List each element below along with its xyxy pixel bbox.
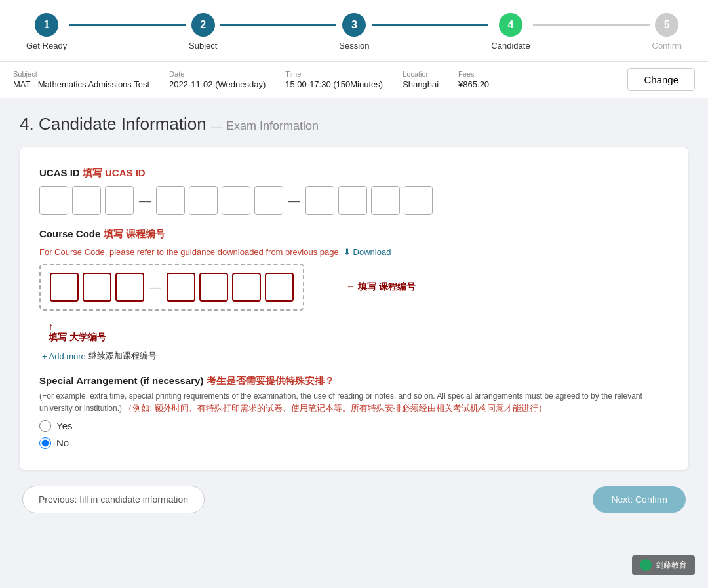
course-label-cn: 填写 课程编号 — [104, 228, 165, 239]
wechat-icon — [640, 559, 652, 571]
radio-yes-label: Yes — [56, 420, 72, 431]
add-more-row: + Add more 继续添加课程编号 — [39, 350, 669, 362]
location-value: Shanghai — [403, 79, 439, 89]
ucas-box-2[interactable] — [72, 186, 101, 215]
ucas-label-en: UCAS ID — [39, 167, 80, 178]
radio-no[interactable] — [39, 437, 51, 449]
special-arrangement-section: Special Arrangement (if necessary) 考生是否需… — [39, 375, 669, 449]
subject-label: Subject — [13, 70, 149, 78]
ucas-box-9[interactable] — [338, 186, 367, 215]
section-number: 4. — [20, 114, 34, 134]
special-desc-cn: （例如: 额外时间、有特殊打印需求的试卷、使用笔记本等。所有特殊安排必须经由相关… — [124, 403, 546, 413]
add-more-button[interactable]: + Add more — [42, 351, 86, 361]
radio-yes-row: Yes — [39, 420, 669, 432]
step-5-circle: 5 — [655, 13, 678, 37]
step-3-label: Session — [339, 41, 369, 50]
course-hint-text: For Course Code, please refer to the gui… — [39, 247, 341, 257]
step-4-circle: 4 — [499, 13, 522, 37]
ucas-id-group: UCAS ID 填写 UCAS ID — — — [39, 167, 669, 215]
info-bar: Subject MAT - Mathematics Admissions Tes… — [0, 62, 708, 98]
ucas-dash-2: — — [287, 194, 302, 208]
ucas-box-3[interactable] — [105, 186, 134, 215]
fees-value: ¥865.20 — [458, 79, 489, 89]
special-title: Special Arrangement (if necessary) 考生是否需… — [39, 375, 669, 387]
course-box-1[interactable] — [50, 273, 79, 302]
date-field: Date 2022-11-02 (Wednesday) — [169, 70, 266, 89]
subject-value: MAT - Mathematics Admissions Test — [13, 79, 149, 89]
course-row-wrapper: — — [39, 264, 304, 311]
course-box-4[interactable] — [167, 273, 195, 302]
ucas-box-7[interactable] — [254, 186, 283, 215]
location-label: Location — [403, 70, 439, 78]
step-5: 5 Confirm — [652, 13, 682, 50]
fees-field: Fees ¥865.20 — [458, 70, 489, 89]
radio-no-row: No — [39, 437, 669, 449]
step-2-label: Subject — [189, 41, 217, 50]
course-code-title: Course Code 填写 课程编号 — [39, 228, 669, 241]
change-button[interactable]: Change — [627, 68, 695, 91]
download-link[interactable]: ⬇ Download — [344, 247, 391, 257]
special-title-cn: 考生是否需要提供特殊安排？ — [206, 375, 334, 386]
course-box-7[interactable] — [265, 273, 294, 302]
course-label-en: Course Code — [39, 228, 100, 239]
location-field: Location Shanghai — [403, 70, 439, 89]
step-5-label: Confirm — [652, 41, 682, 50]
add-more-cn: 继续添加课程编号 — [88, 350, 157, 362]
ucas-box-6[interactable] — [222, 186, 250, 215]
time-value: 15:00-17:30 (150Minutes) — [285, 79, 383, 89]
course-box-2[interactable] — [83, 273, 111, 302]
ucas-input-row: — — — [39, 186, 669, 215]
step-1-circle: 1 — [35, 13, 58, 37]
radio-no-label: No — [56, 437, 69, 448]
course-box-5[interactable] — [199, 273, 228, 302]
step-3: 3 Session — [339, 13, 369, 50]
next-button[interactable]: Next: Confirm — [593, 486, 686, 513]
radio-yes[interactable] — [39, 420, 51, 432]
section-title: 4. Candidate Information — Exam Informat… — [20, 114, 688, 134]
step-line-3-4 — [372, 24, 489, 26]
ucas-box-1[interactable] — [39, 186, 68, 215]
date-value: 2022-11-02 (Wednesday) — [169, 79, 266, 89]
section-subtitle: — Exam Information — [211, 119, 319, 132]
step-line-2-3 — [220, 24, 336, 26]
ucas-box-4[interactable] — [156, 186, 185, 215]
course-input-row: — — [50, 273, 294, 302]
ucas-box-10[interactable] — [371, 186, 400, 215]
special-title-en: Special Arrangement (if necessary) — [39, 375, 203, 386]
ucas-box-8[interactable] — [305, 186, 334, 215]
step-4-label: Candidate — [491, 41, 530, 50]
course-box-6[interactable] — [232, 273, 261, 302]
watermark-text: 剑藤教育 — [656, 560, 687, 571]
fees-label: Fees — [458, 70, 489, 78]
progress-bar: 1 Get Ready 2 Subject 3 Session 4 Candid… — [26, 13, 682, 50]
course-box-3[interactable] — [115, 273, 144, 302]
ucas-label-cn: 填写 UCAS ID — [83, 167, 146, 178]
main-content: 4. Candidate Information — Exam Informat… — [0, 98, 708, 529]
bottom-bar: Previous: fill in candidate information … — [20, 486, 688, 513]
date-label: Date — [169, 70, 266, 78]
step-2-circle: 2 — [191, 13, 215, 37]
time-label: Time — [285, 70, 383, 78]
ucas-dash-1: — — [138, 194, 152, 208]
course-hint: For Course Code, please refer to the gui… — [39, 247, 669, 257]
download-icon: ⬇ — [344, 247, 353, 257]
annotation-right: ← 填写 课程编号 — [346, 281, 416, 293]
ucas-box-11[interactable] — [404, 186, 433, 215]
previous-button[interactable]: Previous: fill in candidate information — [22, 486, 205, 513]
ucas-box-5[interactable] — [189, 186, 218, 215]
annotation-left: ↑填写 大学编号 — [49, 321, 106, 343]
step-1: 1 Get Ready — [26, 13, 67, 50]
download-label: Download — [353, 247, 391, 257]
subject-field: Subject MAT - Mathematics Admissions Tes… — [13, 70, 149, 89]
section-title-text: Candidate Information — [39, 114, 206, 134]
progress-section: 1 Get Ready 2 Subject 3 Session 4 Candid… — [0, 0, 708, 62]
step-line-1-2 — [69, 24, 186, 26]
time-field: Time 15:00-17:30 (150Minutes) — [285, 70, 383, 89]
step-2: 2 Subject — [189, 13, 217, 50]
step-3-circle: 3 — [342, 13, 366, 37]
special-description: (For example, extra time, special printi… — [39, 390, 669, 415]
course-dash: — — [148, 281, 163, 294]
course-code-group: Course Code 填写 课程编号 For Course Code, ple… — [39, 228, 669, 362]
step-4: 4 Candidate — [491, 13, 530, 50]
step-1-label: Get Ready — [26, 41, 67, 50]
